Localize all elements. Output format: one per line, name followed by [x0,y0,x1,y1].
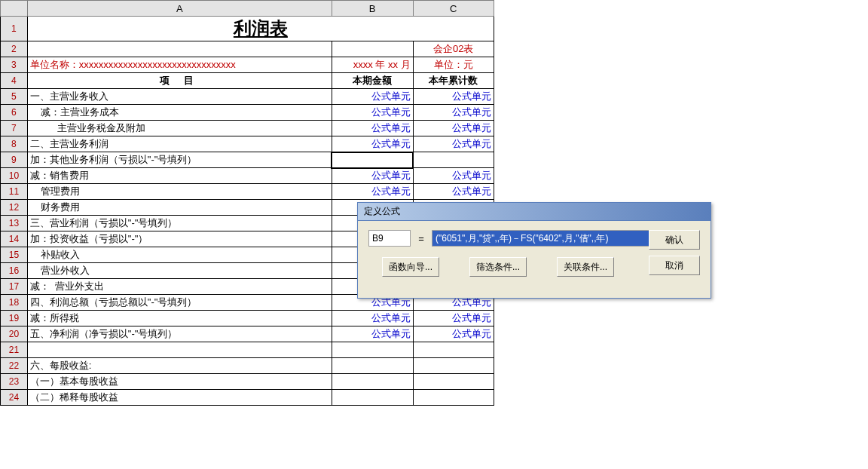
row-header[interactable]: 17 [1,279,28,295]
col-header-a[interactable]: A [27,1,332,17]
ytd-cell[interactable]: 公式单元 [413,168,494,184]
ytd-cell[interactable]: 公式单元 [413,89,494,105]
row-header[interactable]: 21 [1,342,28,358]
unit-name-cell: 单位名称：xxxxxxxxxxxxxxxxxxxxxxxxxxxxxxxx [27,57,332,73]
row-header[interactable]: 13 [1,216,28,231]
cell[interactable] [27,41,332,57]
item-cell[interactable]: （二）稀释每股收益 [27,390,332,406]
row-header[interactable]: 19 [1,311,28,326]
filter-condition-button[interactable]: 筛选条件... [469,257,527,277]
row-header[interactable]: 5 [1,89,28,105]
current-cell[interactable]: 公式单元 [332,326,413,342]
row-header[interactable]: 22 [1,358,28,374]
ytd-cell[interactable]: 公式单元 [413,184,494,200]
item-cell[interactable]: （一）基本每股收益 [27,374,332,390]
row-header[interactable]: 20 [1,326,28,342]
item-cell[interactable]: 补贴收入 [27,247,332,263]
row-header[interactable]: 14 [1,231,28,247]
corner-cell[interactable] [1,1,28,17]
row-header[interactable]: 2 [1,41,28,57]
cell-ref-input[interactable] [368,230,411,247]
ytd-cell[interactable]: 公式单元 [413,311,494,326]
equals-label: = [417,233,426,244]
ytd-cell[interactable] [413,374,494,390]
col-header-b[interactable]: B [332,1,413,17]
date-cell: xxxx 年 xx 月 [332,57,413,73]
item-cell[interactable]: 减：销售费用 [27,168,332,184]
item-cell[interactable]: 主营业务税金及附加 [27,121,332,136]
row-header[interactable]: 16 [1,263,28,279]
item-cell[interactable]: 管理费用 [27,184,332,200]
row-header[interactable]: 8 [1,136,28,152]
row-header[interactable]: 9 [1,152,28,168]
current-cell[interactable]: 公式单元 [332,136,413,152]
item-cell[interactable]: 减： 营业外支出 [27,279,332,295]
ytd-cell[interactable]: 公式单元 [413,136,494,152]
row-header[interactable]: 4 [1,73,28,89]
col-header-c[interactable]: C [413,1,494,17]
header-item: 项 目 [27,73,332,89]
row-header[interactable]: 6 [1,105,28,121]
item-cell[interactable]: 加：其他业务利润（亏损以"-"号填列） [27,152,332,168]
ytd-cell[interactable]: 公式单元 [413,121,494,136]
current-cell[interactable] [332,152,413,168]
item-cell[interactable]: 一、主营业务收入 [27,89,332,105]
current-cell[interactable] [332,374,413,390]
item-cell[interactable]: 减：所得税 [27,311,332,326]
ytd-cell[interactable]: 公式单元 [413,105,494,121]
row-header[interactable]: 1 [1,17,28,41]
item-cell[interactable]: 减：主营业务成本 [27,105,332,121]
item-cell[interactable]: 六、每股收益: [27,358,332,374]
current-cell[interactable]: 公式单元 [332,105,413,121]
item-cell[interactable]: 加：投资收益（亏损以"-"） [27,231,332,247]
row-header[interactable]: 12 [1,200,28,216]
currency-cell: 单位：元 [413,57,494,73]
item-cell[interactable]: 三、营业利润（亏损以"-"号填列） [27,216,332,231]
dialog-title: 定义公式 [358,203,711,221]
current-cell[interactable] [332,390,413,406]
item-cell[interactable]: 二、主营业务利润 [27,136,332,152]
current-cell[interactable] [332,358,413,374]
cell[interactable] [332,41,413,57]
row-header[interactable]: 15 [1,247,28,263]
cancel-button[interactable]: 取消 [649,256,700,275]
item-cell[interactable]: 财务费用 [27,200,332,216]
header-current: 本期金额 [332,73,413,89]
row-header[interactable]: 3 [1,57,28,73]
current-cell[interactable]: 公式单元 [332,89,413,105]
item-cell[interactable] [27,342,332,358]
column-headers: A B C [1,1,494,17]
relate-condition-button[interactable]: 关联条件... [557,257,614,277]
row-header[interactable]: 7 [1,121,28,136]
current-cell[interactable]: 公式单元 [332,311,413,326]
ytd-cell[interactable] [413,152,494,168]
row-header[interactable]: 11 [1,184,28,200]
item-cell[interactable]: 四、利润总额（亏损总额以"-"号填列） [27,295,332,311]
row-header[interactable]: 10 [1,168,28,184]
row-header[interactable]: 24 [1,390,28,406]
current-cell[interactable]: 公式单元 [332,184,413,200]
ytd-cell[interactable] [413,390,494,406]
header-ytd: 本年累计数 [413,73,494,89]
current-cell[interactable]: 公式单元 [332,121,413,136]
ok-button[interactable]: 确认 [649,230,700,250]
row-header[interactable]: 18 [1,295,28,311]
ytd-cell[interactable] [413,358,494,374]
form-code: 会企02表 [413,41,494,57]
define-formula-dialog: 定义公式 = 函数向导... 筛选条件... 关联条件... 确认 取消 [357,202,711,299]
title-cell: 利润表 [27,17,494,41]
ytd-cell[interactable]: 公式单元 [413,326,494,342]
ytd-cell[interactable] [413,342,494,358]
item-cell[interactable]: 五、净利润（净亏损以"-"号填列） [27,326,332,342]
item-cell[interactable]: 营业外收入 [27,263,332,279]
current-cell[interactable]: 公式单元 [332,168,413,184]
function-wizard-button[interactable]: 函数向导... [382,257,439,277]
row-header[interactable]: 23 [1,374,28,390]
current-cell[interactable] [332,342,413,358]
